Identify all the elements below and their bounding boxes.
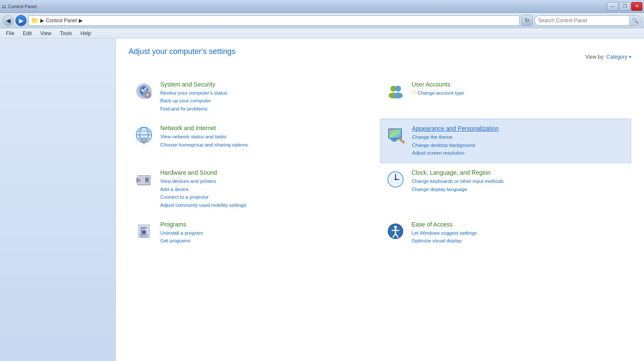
menu-edit[interactable]: Edit: [20, 30, 34, 37]
view-by-container: View by: Category ▾: [585, 54, 631, 60]
address-path[interactable]: 📁 ▶ Control Panel ▶: [28, 15, 520, 26]
path-separator: ▶: [40, 18, 44, 24]
ease-of-access-title[interactable]: Ease of Access: [412, 221, 626, 228]
category-system-security[interactable]: ⚙ System and Security Review your comput…: [129, 75, 380, 119]
categories-grid: ⚙ System and Security Review your comput…: [129, 75, 631, 251]
category-clock-language[interactable]: Clock, Language, and Region Change keybo…: [380, 163, 632, 215]
clock-language-link[interactable]: Change display language: [412, 185, 626, 193]
refresh-button[interactable]: ↻: [521, 15, 533, 26]
menu-view[interactable]: View: [38, 30, 54, 37]
clock-keyboards-link[interactable]: Change keyboards or other input methods: [412, 177, 626, 185]
programs-text: Programs Uninstall a program Get program…: [160, 221, 375, 245]
svg-point-9: [393, 92, 403, 98]
svg-rect-16: [141, 137, 147, 142]
title-bar-left: 🗂 Control Panel: [2, 4, 37, 9]
viewby-value[interactable]: Category: [606, 54, 627, 60]
hardware-mobility-link[interactable]: Adjust commonly used mobility settings: [160, 201, 375, 209]
search-icon[interactable]: 🔍: [629, 15, 641, 26]
svg-rect-28: [139, 177, 144, 178]
address-bar: ◀ ▶ 📁 ▶ Control Panel ▶ ↻ 🔍: [0, 13, 644, 28]
category-programs[interactable]: Programs Uninstall a program Get program…: [129, 215, 380, 251]
svg-rect-21: [391, 139, 398, 140]
programs-title[interactable]: Programs: [160, 221, 375, 228]
ease-of-access-text: Ease of Access Let Windows suggest setti…: [412, 221, 626, 245]
network-internet-text: Network and Internet View network status…: [160, 125, 375, 149]
svg-point-44: [143, 231, 145, 233]
hardware-printers-link[interactable]: View devices and printers: [160, 177, 375, 185]
main-area: Adjust your computer's settings View by:…: [0, 39, 644, 361]
search-input[interactable]: [535, 16, 629, 25]
svg-point-27: [146, 179, 148, 181]
svg-rect-20: [389, 129, 401, 138]
svg-point-37: [395, 179, 396, 180]
search-box[interactable]: 🔍: [534, 15, 641, 26]
user-accounts-title[interactable]: User Accounts: [412, 81, 626, 88]
appearance-title[interactable]: Appearance and Personalization: [412, 125, 626, 132]
menu-tools[interactable]: Tools: [57, 30, 75, 37]
svg-text:⚙: ⚙: [146, 92, 150, 97]
user-accounts-icon: [385, 81, 406, 101]
ease-visual-link[interactable]: Optimize visual display: [412, 237, 626, 245]
hardware-sound-icon: [134, 169, 154, 190]
system-security-icon: ⚙: [134, 81, 154, 101]
network-internet-title[interactable]: Network and Internet: [160, 125, 375, 131]
clock-language-icon: [385, 169, 406, 190]
category-appearance[interactable]: Appearance and Personalization Change th…: [380, 119, 632, 163]
hardware-add-device-link[interactable]: Add a device: [160, 185, 375, 193]
clock-language-text: Clock, Language, and Region Change keybo…: [412, 169, 626, 193]
path-chevron: ▶: [79, 18, 83, 24]
restore-button[interactable]: ❐: [619, 2, 630, 11]
user-change-account-link[interactable]: 🛡 Change account type: [412, 89, 626, 97]
category-network-internet[interactable]: Network and Internet View network status…: [129, 119, 380, 163]
system-fix-link[interactable]: Find and fix problems: [160, 105, 375, 113]
title-bar-text: Control Panel: [8, 4, 37, 9]
clock-language-title[interactable]: Clock, Language, and Region: [412, 169, 626, 176]
system-security-text: System and Security Review your computer…: [160, 81, 375, 113]
page-title: Adjust your computer's settings: [129, 47, 236, 56]
programs-icon: [134, 221, 154, 242]
ease-of-access-icon: [385, 221, 406, 242]
network-homegroup-link[interactable]: Choose homegroup and sharing options: [160, 141, 375, 149]
appearance-text: Appearance and Personalization Change th…: [412, 125, 626, 157]
appearance-icon: [386, 125, 406, 146]
viewby-chevron[interactable]: ▾: [629, 54, 631, 59]
menu-bar: File Edit View Tools Help: [0, 28, 644, 39]
title-bar: 🗂 Control Panel ─ ❐ ✕: [0, 0, 644, 13]
hardware-sound-title[interactable]: Hardware and Sound: [160, 169, 375, 176]
network-internet-icon: [134, 125, 154, 145]
hardware-sound-text: Hardware and Sound View devices and prin…: [160, 169, 375, 209]
title-bar-icon: 🗂: [2, 4, 6, 9]
menu-help[interactable]: Help: [78, 30, 94, 37]
content-panel: Adjust your computer's settings View by:…: [116, 39, 644, 361]
close-button[interactable]: ✕: [631, 2, 642, 11]
menu-file[interactable]: File: [3, 30, 17, 37]
hardware-projector-link[interactable]: Connect to a projector: [160, 193, 375, 201]
content-header: Adjust your computer's settings View by:…: [129, 47, 631, 66]
viewby-label: View by:: [585, 54, 605, 60]
shield-icon: 🛡: [412, 89, 416, 97]
appearance-theme-link[interactable]: Change the theme: [412, 133, 626, 141]
path-text: Control Panel: [46, 18, 77, 24]
category-hardware-sound[interactable]: Hardware and Sound View devices and prin…: [129, 163, 380, 215]
title-bar-controls: ─ ❐ ✕: [607, 2, 642, 11]
svg-rect-41: [141, 227, 147, 229]
forward-button[interactable]: ▶: [15, 15, 27, 26]
minimize-button[interactable]: ─: [607, 2, 618, 11]
back-button[interactable]: ◀: [3, 15, 14, 26]
system-security-title[interactable]: System and Security: [160, 81, 375, 88]
svg-rect-22: [392, 140, 396, 142]
svg-point-8: [395, 86, 401, 92]
programs-get-link[interactable]: Get programs: [160, 237, 375, 245]
left-panel: [0, 39, 116, 361]
programs-uninstall-link[interactable]: Uninstall a program: [160, 229, 375, 237]
folder-icon: 📁: [31, 17, 39, 24]
ease-suggest-link[interactable]: Let Windows suggest settings: [412, 229, 626, 237]
system-backup-link[interactable]: Back up your computer: [160, 97, 375, 104]
network-status-link[interactable]: View network status and tasks: [160, 133, 375, 140]
category-ease-of-access[interactable]: Ease of Access Let Windows suggest setti…: [380, 215, 632, 251]
user-accounts-text: User Accounts 🛡 Change account type: [412, 81, 626, 97]
system-review-link[interactable]: Review your computer's status: [160, 89, 375, 97]
appearance-bg-link[interactable]: Change desktop background: [412, 141, 626, 149]
category-user-accounts[interactable]: User Accounts 🛡 Change account type: [380, 75, 632, 119]
appearance-resolution-link[interactable]: Adjust screen resolution: [412, 149, 626, 157]
